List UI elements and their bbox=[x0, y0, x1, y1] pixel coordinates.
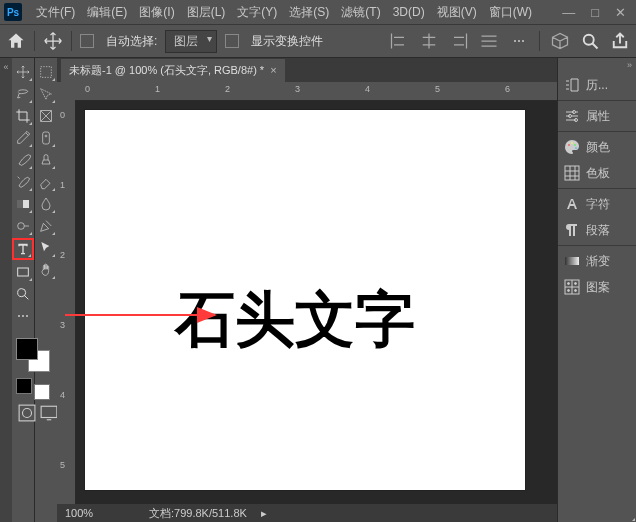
svg-rect-21 bbox=[565, 257, 579, 265]
svg-point-25 bbox=[568, 290, 570, 292]
swap-colors-icon[interactable] bbox=[34, 384, 50, 400]
svg-point-10 bbox=[23, 409, 32, 418]
pen-tool[interactable] bbox=[36, 216, 56, 236]
svg-rect-11 bbox=[41, 406, 57, 417]
lasso-tool[interactable] bbox=[13, 84, 33, 104]
color-swatches[interactable] bbox=[16, 338, 50, 372]
toolbox-column-b bbox=[35, 58, 57, 522]
align-left-icon[interactable] bbox=[389, 31, 409, 51]
doc-info[interactable]: 文档:799.8K/511.8K bbox=[149, 506, 247, 521]
svg-point-3 bbox=[18, 223, 25, 230]
screen-mode-icon[interactable] bbox=[40, 404, 58, 422]
menu-filter[interactable]: 滤镜(T) bbox=[335, 4, 386, 21]
auto-select-checkbox[interactable] bbox=[80, 34, 94, 48]
ruler-origin[interactable] bbox=[57, 82, 75, 100]
status-more-icon[interactable]: ▸ bbox=[261, 507, 267, 520]
svg-rect-9 bbox=[19, 405, 35, 421]
app-logo: Ps bbox=[4, 3, 22, 21]
panel-character[interactable]: 字符 bbox=[558, 191, 636, 217]
show-transform-label: 显示变换控件 bbox=[251, 33, 323, 50]
svg-rect-20 bbox=[565, 166, 579, 180]
document-tab-title: 未标题-1 @ 100% (石头文字, RGB/8#) * bbox=[69, 63, 264, 78]
panel-history[interactable]: 历... bbox=[558, 72, 636, 98]
3d-mode-icon[interactable] bbox=[550, 31, 570, 51]
svg-rect-4 bbox=[18, 268, 29, 276]
menu-view[interactable]: 视图(V) bbox=[431, 4, 483, 21]
frame-tool[interactable] bbox=[36, 106, 56, 126]
auto-select-target-dropdown[interactable]: 图层 bbox=[165, 30, 217, 53]
move-tool[interactable] bbox=[13, 62, 33, 82]
menu-type[interactable]: 文字(Y) bbox=[231, 4, 283, 21]
svg-point-0 bbox=[584, 35, 594, 45]
zoom-tool[interactable] bbox=[13, 284, 33, 304]
toolbox-collapse-handle[interactable]: « bbox=[0, 58, 12, 522]
window-close-button[interactable]: ✕ bbox=[615, 5, 626, 20]
brush-tool[interactable] bbox=[13, 150, 33, 170]
document-tab[interactable]: 未标题-1 @ 100% (石头文字, RGB/8#) * × bbox=[61, 59, 285, 82]
dodge-tool[interactable] bbox=[13, 216, 33, 236]
ruler-vertical[interactable]: 0 1 2 3 4 5 bbox=[57, 100, 76, 504]
options-bar: 自动选择: 图层 显示变换控件 ⋯ bbox=[0, 25, 636, 58]
panel-paragraph[interactable]: 段落 bbox=[558, 217, 636, 243]
quick-select-tool[interactable] bbox=[36, 84, 56, 104]
panel-swatches[interactable]: 色板 bbox=[558, 160, 636, 186]
auto-select-label: 自动选择: bbox=[106, 33, 157, 50]
svg-point-17 bbox=[571, 142, 573, 144]
panel-dock: » 历... 属性 颜色 色板 字符 段落 渐变 图案 bbox=[557, 58, 636, 522]
align-right-icon[interactable] bbox=[449, 31, 469, 51]
close-tab-icon[interactable]: × bbox=[270, 64, 276, 76]
status-bar: 100% 文档:799.8K/511.8K ▸ bbox=[57, 504, 557, 522]
clone-stamp-tool[interactable] bbox=[36, 150, 56, 170]
home-icon[interactable] bbox=[6, 31, 26, 51]
healing-brush-tool[interactable] bbox=[36, 128, 56, 148]
blur-tool[interactable] bbox=[36, 194, 56, 214]
svg-point-16 bbox=[568, 144, 570, 146]
menu-select[interactable]: 选择(S) bbox=[283, 4, 335, 21]
edit-toolbar-icon[interactable]: ⋯ bbox=[13, 306, 33, 326]
type-tool[interactable] bbox=[12, 238, 34, 260]
align-center-h-icon[interactable] bbox=[419, 31, 439, 51]
panel-color[interactable]: 颜色 bbox=[558, 134, 636, 160]
menu-layer[interactable]: 图层(L) bbox=[181, 4, 232, 21]
toolbox-column-a: ⋯ bbox=[12, 58, 35, 522]
marquee-tool[interactable] bbox=[36, 62, 56, 82]
search-icon[interactable] bbox=[580, 31, 600, 51]
move-tool-icon[interactable] bbox=[43, 31, 63, 51]
panel-patterns[interactable]: 图案 bbox=[558, 274, 636, 300]
eyedropper-tool[interactable] bbox=[13, 128, 33, 148]
svg-rect-8 bbox=[43, 132, 50, 144]
menu-edit[interactable]: 编辑(E) bbox=[81, 4, 133, 21]
history-brush-tool[interactable] bbox=[13, 172, 33, 192]
svg-point-23 bbox=[568, 283, 570, 285]
panel-gradients[interactable]: 渐变 bbox=[558, 248, 636, 274]
svg-point-18 bbox=[574, 144, 576, 146]
share-icon[interactable] bbox=[610, 31, 630, 51]
menu-image[interactable]: 图像(I) bbox=[133, 4, 180, 21]
window-maximize-button[interactable]: □ bbox=[591, 5, 599, 20]
show-transform-checkbox[interactable] bbox=[225, 34, 239, 48]
panel-properties[interactable]: 属性 bbox=[558, 103, 636, 129]
window-minimize-button[interactable]: ― bbox=[562, 5, 575, 20]
panel-collapse-handle[interactable]: » bbox=[558, 58, 636, 72]
path-select-tool[interactable] bbox=[36, 238, 56, 258]
menu-file[interactable]: 文件(F) bbox=[30, 4, 81, 21]
ruler-horizontal[interactable]: 0 1 2 3 4 5 6 bbox=[75, 82, 557, 101]
foreground-color-swatch[interactable] bbox=[16, 338, 38, 360]
hand-tool[interactable] bbox=[36, 260, 56, 280]
svg-point-19 bbox=[575, 147, 577, 149]
menu-window[interactable]: 窗口(W) bbox=[483, 4, 538, 21]
distribute-icon[interactable] bbox=[479, 31, 499, 51]
rectangle-tool[interactable] bbox=[13, 262, 33, 282]
more-options-icon[interactable]: ⋯ bbox=[509, 31, 529, 51]
svg-rect-6 bbox=[41, 67, 52, 78]
menu-3d[interactable]: 3D(D) bbox=[387, 5, 431, 19]
default-colors-icon[interactable] bbox=[16, 378, 32, 394]
zoom-level[interactable]: 100% bbox=[65, 507, 135, 519]
eraser-tool[interactable] bbox=[36, 172, 56, 192]
quick-mask-icon[interactable] bbox=[18, 404, 36, 422]
canvas[interactable]: 石头文字 bbox=[85, 110, 525, 490]
document-area: 未标题-1 @ 100% (石头文字, RGB/8#) * × 0 1 2 3 … bbox=[57, 58, 557, 522]
gradient-tool[interactable] bbox=[13, 194, 33, 214]
canvas-text-layer[interactable]: 石头文字 bbox=[175, 280, 415, 361]
crop-tool[interactable] bbox=[13, 106, 33, 126]
